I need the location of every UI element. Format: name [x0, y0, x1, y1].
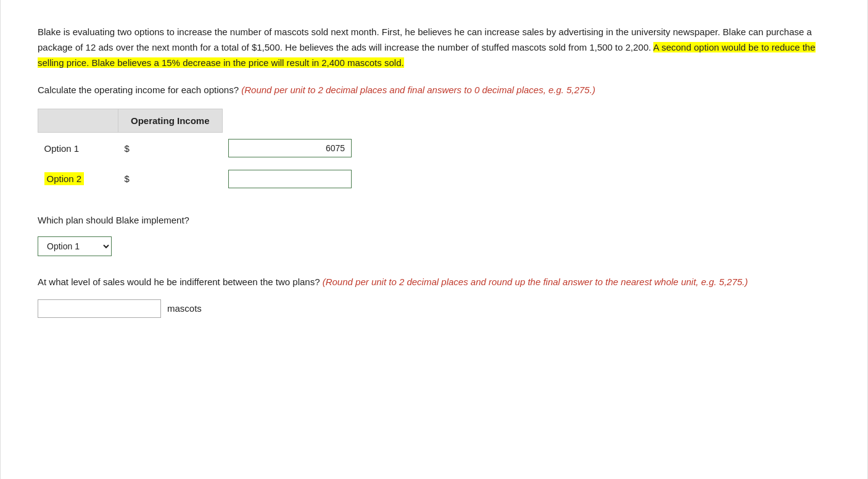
option1-input-cell[interactable]	[222, 133, 358, 164]
plan-select[interactable]: Option 1 Option 2	[38, 236, 112, 256]
table-row-option2: Option 2 $	[38, 164, 358, 194]
income-table: Operating Income Option 1 $ Option 2 $	[38, 109, 358, 194]
question1-prefix: Calculate the operating income for each …	[38, 85, 239, 95]
question2-text: Which plan should Blake implement?	[38, 213, 830, 228]
question3-text: At what level of sales would he be indif…	[38, 275, 830, 289]
option2-input-cell[interactable]	[222, 164, 358, 194]
mascots-label: mascots	[167, 303, 202, 314]
option1-label: Option 1	[38, 133, 118, 164]
table-row-option1: Option 1 $	[38, 133, 358, 164]
mascots-input[interactable]	[38, 299, 161, 318]
option2-dollar: $	[118, 164, 223, 194]
question3-instruction: (Round per unit to 2 decimal places and …	[323, 277, 748, 287]
option2-label: Option 2	[44, 172, 85, 185]
option2-income-input[interactable]	[228, 170, 352, 188]
indifferent-section: At what level of sales would he be indif…	[38, 275, 830, 318]
page-wrapper: Blake is evaluating two options to incre…	[0, 0, 868, 479]
question3-prefix: At what level of sales would he be indif…	[38, 277, 320, 287]
option1-dollar: $	[118, 133, 223, 164]
intro-paragraph: Blake is evaluating two options to incre…	[38, 25, 830, 70]
question1-instruction: (Round per unit to 2 decimal places and …	[241, 85, 595, 95]
table-header-income: Operating Income	[118, 109, 223, 133]
option2-label-cell: Option 2	[38, 164, 118, 194]
table-header-empty	[38, 109, 118, 133]
question1-text: Calculate the operating income for each …	[38, 83, 830, 98]
income-table-wrapper: Operating Income Option 1 $ Option 2 $	[38, 109, 830, 194]
plan-select-wrapper: Option 1 Option 2	[38, 236, 830, 256]
indifferent-input-row: mascots	[38, 299, 830, 318]
option1-income-input[interactable]	[228, 139, 352, 157]
